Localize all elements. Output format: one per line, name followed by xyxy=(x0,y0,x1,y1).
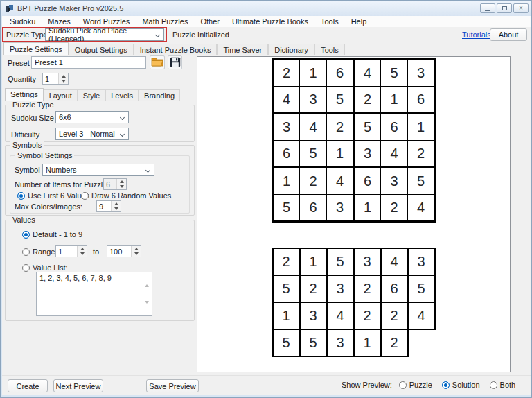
symbol-settings-title: Symbol Settings xyxy=(15,151,74,160)
spin-down-icon[interactable] xyxy=(59,79,68,85)
grid-row: 563124 xyxy=(273,195,435,222)
tab-output-settings[interactable]: Output Settings xyxy=(69,44,134,55)
radio-label: Puzzle xyxy=(409,381,432,389)
grid-row: 216453 xyxy=(273,60,435,87)
solution-grid: 216453435216342561651342124635563124 xyxy=(272,58,436,223)
tab-dictionary[interactable]: Dictionary xyxy=(268,44,314,55)
menu-item-mazes[interactable]: Mazes xyxy=(42,17,76,26)
radio-range[interactable]: Range xyxy=(22,248,55,256)
sudoku-size-label: Sudoku Size xyxy=(11,114,54,122)
grid-row: 523265 xyxy=(273,275,435,302)
radio-solution[interactable]: Solution xyxy=(442,381,480,389)
tab-style[interactable]: Style xyxy=(78,89,105,101)
range-to-stepper[interactable]: 100 xyxy=(107,245,141,257)
grid-cell: 1 xyxy=(381,87,408,114)
grid-cell: 6 xyxy=(408,87,435,114)
menu-item-ultimate-puzzle-books[interactable]: Ultimate Puzzle Books xyxy=(226,17,314,26)
tab-levels[interactable]: Levels xyxy=(105,89,139,101)
grid-cell: 5 xyxy=(408,168,435,195)
tab-layout[interactable]: Layout xyxy=(44,89,78,101)
grid-cell: 5 xyxy=(381,60,408,87)
grid-cell: 1 xyxy=(300,248,327,275)
open-preset-button[interactable] xyxy=(150,55,165,69)
grid-cell: 3 xyxy=(381,168,408,195)
app-window: BPT Puzzle Maker Pro v2025.5 × SudokuMaz… xyxy=(0,0,532,398)
max-colors-stepper[interactable]: 9 xyxy=(96,200,121,212)
spin-down-icon[interactable] xyxy=(112,207,121,212)
close-button[interactable]: × xyxy=(513,3,529,13)
radio-default-values[interactable]: Default - 1 to 9 xyxy=(22,230,82,239)
menu-item-other[interactable]: Other xyxy=(194,17,226,26)
radio-draw-random-values[interactable]: Draw 6 Random Values xyxy=(81,191,171,200)
preset-input[interactable]: Preset 1 xyxy=(31,56,146,69)
spin-up-icon[interactable] xyxy=(78,246,87,252)
radio-use-first-values[interactable]: Use First 6 Values xyxy=(17,191,89,200)
range-from-stepper[interactable]: 1 xyxy=(55,245,87,257)
app-icon xyxy=(5,4,14,13)
menu-item-word-puzzles[interactable]: Word Puzzles xyxy=(77,17,136,26)
radio-icon xyxy=(22,248,30,256)
sudoku-size-select[interactable]: 6x6 xyxy=(55,111,129,123)
bottom-bar: Create Next Preview Save Preview Show Pr… xyxy=(2,375,531,395)
grid-cell: 1 xyxy=(300,60,327,87)
radio-puzzle[interactable]: Puzzle xyxy=(399,381,432,389)
grid-cell: 6 xyxy=(327,60,354,87)
symbol-value: Numbers xyxy=(46,166,77,174)
grid-cell: 4 xyxy=(300,114,327,141)
maximize-button[interactable] xyxy=(497,3,512,13)
title-bar[interactable]: BPT Puzzle Maker Pro v2025.5 × xyxy=(1,1,532,16)
spin-up-icon[interactable] xyxy=(112,201,121,207)
quantity-stepper[interactable]: 1 xyxy=(42,73,69,85)
tab-settings[interactable]: Settings xyxy=(5,88,44,101)
spin-down-icon xyxy=(117,184,126,190)
close-icon: × xyxy=(519,5,523,12)
grid-cell: 1 xyxy=(327,141,354,168)
tutorials-link[interactable]: Tutorials xyxy=(462,31,491,39)
tab-tools[interactable]: Tools xyxy=(314,44,345,55)
grid-row: 124635 xyxy=(273,168,435,195)
spin-down-icon[interactable] xyxy=(132,252,141,257)
save-preview-button[interactable]: Save Preview xyxy=(146,379,199,392)
menu-item-tools[interactable]: Tools xyxy=(314,17,345,26)
scroll-up-icon[interactable] xyxy=(145,276,149,284)
grid-cell: 1 xyxy=(408,114,435,141)
settings-panel: Preset Preset 1 xyxy=(2,55,197,375)
puzzle-type-group: Puzzle Type Sudoku Size 6x6 Difficulty L… xyxy=(5,105,195,142)
grid-cell: 3 xyxy=(300,302,327,329)
symbol-select[interactable]: Numbers xyxy=(42,164,154,176)
save-preset-button[interactable] xyxy=(168,55,182,69)
folder-icon xyxy=(151,57,163,68)
tab-instant-puzzle-books[interactable]: Instant Puzzle Books xyxy=(134,44,218,55)
radio-both[interactable]: Both xyxy=(490,381,516,389)
about-button[interactable]: About xyxy=(490,28,527,41)
scroll-down-icon[interactable] xyxy=(145,304,149,312)
symbols-group-title: Symbols xyxy=(10,141,44,150)
tab-puzzle-settings[interactable]: Puzzle Settings xyxy=(3,42,69,55)
radio-label: Both xyxy=(500,381,516,389)
maximize-icon xyxy=(502,6,507,10)
spin-up-icon[interactable] xyxy=(132,246,141,252)
radio-value-list[interactable]: Value List: xyxy=(22,263,68,272)
value-list-textarea[interactable]: 1, 2, 3, 4, 5, 6, 7, 8, 9 xyxy=(36,272,152,316)
spin-up-icon[interactable] xyxy=(59,73,68,79)
tab-time-saver[interactable]: Time Saver xyxy=(217,44,268,55)
grid-cell: 2 xyxy=(300,275,327,302)
grid-cell: 3 xyxy=(273,114,300,141)
create-button[interactable]: Create xyxy=(8,379,48,392)
menu-item-help[interactable]: Help xyxy=(345,17,373,26)
grid-cell: 3 xyxy=(408,248,435,275)
menu-item-sudoku[interactable]: Sudoku xyxy=(3,17,42,26)
radio-selected-icon xyxy=(22,231,30,239)
spin-down-icon[interactable] xyxy=(78,252,87,257)
menu-item-math-puzzles[interactable]: Math Puzzles xyxy=(136,17,194,26)
grid-cell: 2 xyxy=(381,329,408,356)
minimize-button[interactable] xyxy=(480,3,495,13)
chevron-down-icon xyxy=(145,168,150,173)
sudoku-size-value: 6x6 xyxy=(59,113,71,121)
tab-branding[interactable]: Branding xyxy=(139,89,180,101)
next-preview-button[interactable]: Next Preview xyxy=(53,379,103,392)
difficulty-select[interactable]: Level 3 - Normal xyxy=(55,128,129,140)
grid-cell: 2 xyxy=(354,275,381,302)
radio-label: Range xyxy=(33,248,55,256)
puzzle-type-select[interactable]: Sudoku Pick and Place (Licensed) xyxy=(45,28,164,41)
